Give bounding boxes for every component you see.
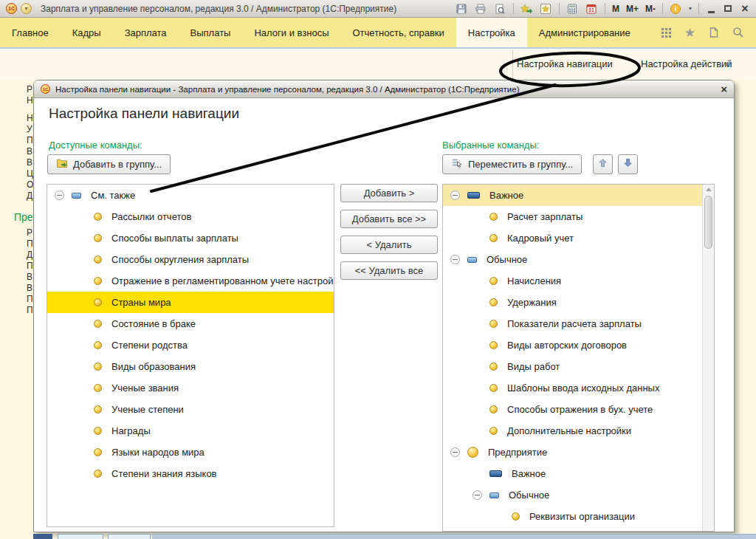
- tree-row[interactable]: Ученые степени: [47, 399, 334, 420]
- circle-large-icon: [467, 447, 478, 458]
- tree-row[interactable]: Способы округления зарплаты: [47, 249, 334, 270]
- tree-row[interactable]: Кадровый учет: [443, 227, 702, 249]
- tree-row[interactable]: Награды: [47, 420, 334, 442]
- collapse-expander-icon[interactable]: [450, 190, 460, 200]
- tree-item-label: Важное: [512, 468, 546, 479]
- tab-выплаты[interactable]: Выплаты: [179, 18, 243, 47]
- add-button[interactable]: Добавить >: [340, 184, 438, 202]
- dialog-close-button[interactable]: ×: [721, 83, 727, 95]
- clipped-background-text: П: [27, 261, 33, 271]
- history-icon[interactable]: [707, 27, 720, 39]
- calculator-icon[interactable]: [566, 2, 579, 15]
- window-bar-segment[interactable]: [33, 534, 52, 539]
- tree-item-label: Виды работ: [507, 361, 560, 372]
- tree-row[interactable]: Степени родства: [47, 334, 334, 356]
- window-bar-tab[interactable]: [108, 534, 151, 539]
- maximize-button[interactable]: [723, 3, 733, 15]
- print-preview-icon[interactable]: [494, 2, 506, 15]
- tree-item-label: Шаблоны ввода исходных данных: [507, 382, 659, 394]
- tab-налоги-и-взносы[interactable]: Налоги и взносы: [242, 18, 340, 47]
- collapse-expander-icon[interactable]: [450, 447, 460, 457]
- clipped-background-text: Р: [27, 227, 32, 238]
- tree-row[interactable]: Рассылки отчетов: [47, 206, 334, 227]
- tree-item-label: Рассылки отчетов: [111, 211, 191, 222]
- tree-row[interactable]: Языки народов мира: [47, 442, 334, 463]
- favorites-icon[interactable]: [540, 2, 552, 15]
- save-icon[interactable]: [456, 2, 468, 15]
- toolbar-separator: [605, 3, 605, 14]
- tree-row[interactable]: Удержания: [443, 292, 702, 313]
- toolbar-separator: [662, 3, 663, 14]
- navigation-settings-link[interactable]: Настройка навигации: [517, 49, 613, 80]
- tree-row[interactable]: Показатели расчета зарплаты: [443, 313, 702, 334]
- tree-row[interactable]: Виды образования: [47, 356, 334, 377]
- info-icon[interactable]: i: [670, 2, 682, 15]
- tree-row[interactable]: Обычное: [443, 484, 702, 506]
- add-to-favorites-icon[interactable]: [520, 2, 533, 15]
- clipped-background-text: У: [27, 124, 32, 134]
- tree-row[interactable]: Шаблоны ввода исходных данных: [443, 377, 702, 399]
- tree-row[interactable]: Подразделения: [443, 527, 702, 531]
- print-icon[interactable]: [475, 2, 487, 15]
- up-arrow-icon: [597, 157, 608, 171]
- vertical-scrollbar[interactable]: [702, 185, 714, 531]
- collapse-expander-icon[interactable]: [472, 490, 482, 500]
- tree-row[interactable]: Состояние в браке: [47, 313, 334, 334]
- tree-row[interactable]: Ученые звания: [47, 377, 334, 399]
- item-icon: [489, 320, 498, 328]
- clipped-background-text: Н: [27, 95, 33, 106]
- window-bar-tab[interactable]: [58, 534, 103, 539]
- tab-кадры[interactable]: Кадры: [61, 18, 113, 47]
- remove-button[interactable]: < Удалить: [340, 236, 438, 254]
- move-down-button[interactable]: [618, 154, 638, 174]
- memory-m-plus-button[interactable]: M+: [626, 4, 639, 14]
- remove-all-button[interactable]: << Удалить все: [340, 261, 438, 280]
- tree-row[interactable]: Степени знания языков: [47, 463, 334, 484]
- tab-отчетность-справки[interactable]: Отчетность, справки: [341, 18, 456, 47]
- memory-m-minus-button[interactable]: M-: [645, 4, 656, 14]
- tree-item-label: Степени родства: [111, 340, 188, 351]
- panel-close-icon[interactable]: ×: [724, 49, 731, 80]
- tree-row[interactable]: Виды авторских договоров: [443, 334, 702, 356]
- search-icon[interactable]: [732, 27, 744, 39]
- tree-row[interactable]: См. также: [47, 185, 334, 206]
- tree-row[interactable]: Дополнительные настройки: [443, 420, 702, 442]
- tree-row[interactable]: Отражение в регламентированном учете нас…: [47, 270, 334, 292]
- add-all-button[interactable]: Добавить все >>: [340, 210, 438, 228]
- apps-grid-icon[interactable]: [660, 27, 673, 39]
- tab-active-настройка[interactable]: Настройка: [456, 18, 527, 47]
- actions-settings-link[interactable]: Настройка действий: [641, 49, 732, 80]
- dialog-logo-icon: 1С: [41, 84, 50, 94]
- tab-главное[interactable]: Главное: [0, 18, 61, 47]
- main-menu-chevron-icon[interactable]: ▼: [21, 3, 32, 14]
- tree-row[interactable]: Реквизиты организации: [443, 506, 702, 527]
- tree-row[interactable]: Важное: [443, 463, 702, 484]
- selected-commands-tree: ВажноеРасчет зарплатыКадровый учетОбычно…: [442, 184, 715, 532]
- calendar-icon[interactable]: 31: [585, 2, 598, 15]
- favorites-star-icon[interactable]: ★: [684, 27, 695, 39]
- add-to-group-button[interactable]: Добавить в группу...: [47, 154, 171, 174]
- tree-row[interactable]: Способы отражения в бух. учете: [443, 399, 702, 420]
- scrollbar-up-icon[interactable]: [706, 188, 712, 191]
- move-to-group-button[interactable]: Переместить в группу...: [442, 154, 582, 174]
- tab-зарплата[interactable]: Зарплата: [113, 18, 179, 47]
- tree-item-label: Дополнительные настройки: [507, 425, 631, 436]
- tree-row[interactable]: Обычное: [443, 249, 702, 270]
- tree-row[interactable]: Виды работ: [443, 356, 702, 377]
- move-up-button[interactable]: [593, 154, 613, 174]
- collapse-expander-icon[interactable]: [55, 190, 64, 200]
- tree-row[interactable]: Важное: [443, 185, 702, 206]
- tree-row[interactable]: Способы выплаты зарплаты: [47, 227, 334, 249]
- tab-администрирование[interactable]: Администрирование: [527, 18, 642, 47]
- collapse-expander-icon[interactable]: [450, 255, 460, 264]
- window-close-button[interactable]: ×: [740, 3, 750, 15]
- minimize-button[interactable]: [706, 3, 716, 15]
- tree-row[interactable]: Страны мира: [47, 292, 334, 313]
- tree-row[interactable]: Начисления: [443, 270, 702, 292]
- info-chevron-icon[interactable]: ▾: [689, 5, 692, 12]
- scrollbar-thumb[interactable]: [704, 196, 712, 249]
- clipped-background-text: В: [27, 146, 32, 157]
- tree-row[interactable]: Расчет зарплаты: [443, 206, 702, 227]
- tree-row[interactable]: Предприятие: [443, 442, 702, 463]
- memory-m-button[interactable]: M: [612, 4, 619, 14]
